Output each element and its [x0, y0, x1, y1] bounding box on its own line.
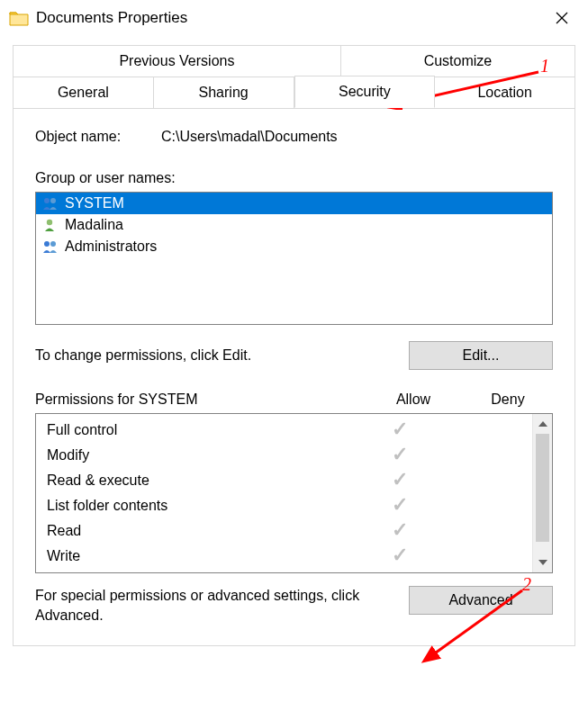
close-icon: [556, 12, 568, 24]
scrollbar[interactable]: [532, 414, 552, 572]
title-bar: Documents Properties: [0, 0, 588, 36]
advanced-button[interactable]: Advanced: [409, 586, 553, 615]
scroll-up-button[interactable]: [533, 414, 552, 434]
check-icon: ✓: [392, 544, 408, 566]
permission-name: Read & execute: [47, 472, 350, 489]
permission-allow: ✓: [350, 497, 449, 515]
group-icon: [41, 196, 59, 211]
permission-name: Write: [47, 548, 350, 564]
scroll-track: [533, 542, 552, 553]
svg-point-3: [50, 198, 56, 203]
permission-allow: ✓: [350, 472, 449, 490]
permission-row: Write✓: [36, 544, 532, 569]
user-item[interactable]: Administrators: [36, 236, 552, 257]
permissions-header-name: Permissions for SYSTEM: [35, 392, 364, 408]
tab-previous-versions[interactable]: Previous Versions: [14, 46, 341, 76]
permissions-header-deny: Deny: [463, 392, 553, 408]
svg-point-6: [50, 241, 56, 247]
user-item-label: Madalina: [65, 217, 123, 233]
close-button[interactable]: [545, 4, 579, 32]
permission-allow: ✓: [350, 446, 449, 464]
permission-allow: ✓: [350, 522, 449, 540]
permission-row: Modify✓: [36, 443, 532, 468]
tab-row-top: Previous Versions Customize: [13, 45, 575, 76]
edit-row: To change permissions, click Edit. Edit.…: [35, 341, 553, 370]
user-icon: [41, 218, 59, 232]
tab-customize[interactable]: Customize: [341, 46, 574, 76]
user-item-label: SYSTEM: [65, 195, 124, 212]
permission-allow: ✓: [350, 547, 449, 565]
permission-name: Modify: [47, 447, 350, 464]
svg-point-5: [44, 241, 50, 247]
user-item[interactable]: Madalina: [36, 214, 552, 236]
folder-icon: [9, 10, 29, 26]
users-listbox[interactable]: SYSTEMMadalinaAdministrators: [35, 192, 553, 325]
scroll-thumb[interactable]: [536, 434, 549, 542]
check-icon: ✓: [392, 493, 408, 516]
object-name-value: C:\Users\madal\Documents: [161, 129, 338, 145]
object-name-label: Object name:: [35, 129, 161, 145]
tab-general[interactable]: General: [14, 76, 154, 108]
check-icon: ✓: [392, 468, 408, 490]
permission-row: Full control✓: [36, 418, 532, 443]
tab-container: Previous Versions Customize General Shar…: [0, 36, 588, 646]
tab-row-bottom: General Sharing Security Location: [13, 76, 575, 109]
edit-button[interactable]: Edit...: [409, 341, 553, 370]
permission-allow: ✓: [350, 421, 449, 439]
permission-row: List folder contents✓: [36, 493, 532, 518]
permissions-header-allow: Allow: [364, 392, 463, 408]
check-icon: ✓: [392, 518, 408, 541]
advanced-row: For special permissions or advanced sett…: [35, 586, 553, 626]
permission-name: Read: [47, 523, 350, 539]
chevron-down-icon: [538, 560, 547, 565]
window-title: Documents Properties: [36, 9, 187, 27]
scroll-down-button[interactable]: [533, 553, 552, 572]
permission-row: Read & execute✓: [36, 468, 532, 493]
svg-point-2: [44, 198, 50, 203]
object-row: Object name: C:\Users\madal\Documents: [35, 129, 553, 145]
tab-content-security: Object name: C:\Users\madal\Documents Gr…: [13, 109, 575, 646]
svg-point-4: [47, 220, 52, 225]
tab-sharing[interactable]: Sharing: [154, 76, 294, 108]
permissions-box: Full control✓Modify✓Read & execute✓List …: [35, 413, 553, 573]
permissions-header: Permissions for SYSTEM Allow Deny: [35, 392, 553, 408]
advanced-hint: For special permissions or advanced sett…: [35, 586, 409, 626]
groups-label: Group or user names:: [35, 170, 553, 186]
user-item[interactable]: SYSTEM: [36, 193, 552, 214]
permissions-list: Full control✓Modify✓Read & execute✓List …: [36, 414, 532, 572]
permission-row: Read✓: [36, 518, 532, 544]
tab-security[interactable]: Security: [294, 76, 436, 108]
edit-hint: To change permissions, click Edit.: [35, 347, 409, 364]
group-icon: [41, 239, 59, 254]
tab-location[interactable]: Location: [435, 76, 574, 108]
user-item-label: Administrators: [65, 238, 157, 255]
check-icon: ✓: [392, 418, 408, 440]
permission-name: Full control: [47, 422, 350, 438]
check-icon: ✓: [392, 443, 408, 465]
chevron-up-icon: [538, 421, 547, 427]
permission-name: List folder contents: [47, 498, 350, 514]
